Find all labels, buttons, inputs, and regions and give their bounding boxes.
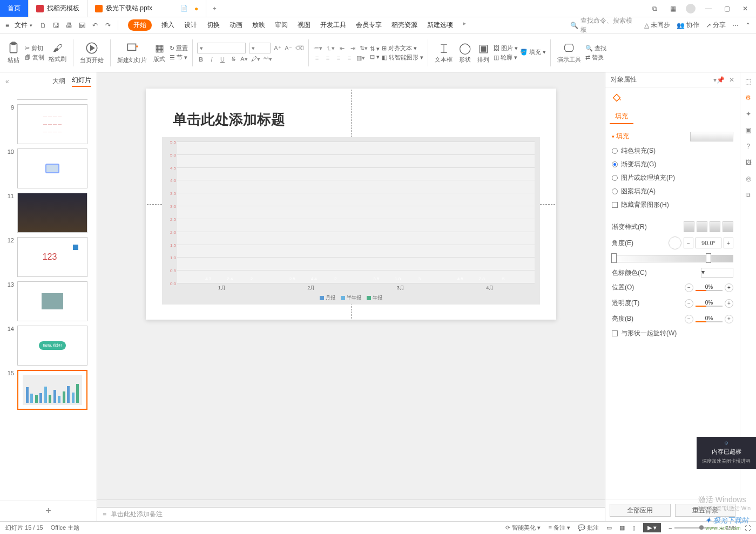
text-direction-button[interactable]: ⇅ ▾: [370, 45, 380, 52]
position-slider[interactable]: [696, 290, 723, 291]
horizontal-scrollbar[interactable]: [97, 499, 605, 507]
stop-color-picker[interactable]: ▾: [701, 268, 733, 278]
number-list-icon[interactable]: ⒈▾: [326, 44, 335, 52]
slides-tab[interactable]: 幻灯片: [72, 76, 91, 87]
file-menu[interactable]: 文件: [11, 19, 36, 31]
new-tab-button[interactable]: +: [206, 0, 222, 17]
tab-insert[interactable]: 插入: [161, 19, 174, 31]
more-icon[interactable]: ⋯: [732, 22, 739, 29]
chart[interactable]: 0.00.51.01.52.02.53.03.54.04.55.05.5 4.3…: [162, 137, 540, 305]
close-panel-icon[interactable]: ✕: [729, 76, 734, 84]
increase-font-icon[interactable]: A⁺: [274, 45, 281, 52]
align-justify-icon[interactable]: ≡: [346, 55, 353, 61]
layout-button[interactable]: ▦版式: [151, 36, 167, 70]
smart-convert-button[interactable]: ◧ 转智能图形 ▾: [382, 53, 423, 62]
text-effect-button[interactable]: ᴬᴬ▾: [264, 56, 272, 63]
collab-button[interactable]: 👥 协作: [677, 21, 699, 30]
help-icon[interactable]: ?: [746, 143, 750, 150]
tab-devtools[interactable]: 开发工具: [320, 19, 346, 31]
text-align-v-button[interactable]: ⊟ ▾: [370, 53, 380, 60]
tab-docer[interactable]: 稻壳资源: [392, 19, 417, 31]
fill-button[interactable]: 🪣 填充 ▾: [520, 48, 546, 56]
outline-tab[interactable]: 大纲: [52, 77, 65, 86]
tab-transition[interactable]: 切换: [207, 19, 220, 31]
slide-title-placeholder[interactable]: 单击此处添加标题: [173, 110, 285, 129]
transparency-decrease[interactable]: −: [685, 299, 693, 308]
bold-button[interactable]: B: [197, 56, 205, 63]
gradient-preview-dropdown[interactable]: [690, 132, 733, 141]
slide-thumb-13[interactable]: [17, 281, 87, 321]
minimize-button[interactable]: —: [703, 5, 714, 12]
from-current-button[interactable]: 当页开始: [78, 36, 106, 70]
outline-button[interactable]: ◫ 轮廓 ▾: [494, 53, 518, 62]
replace-button[interactable]: ⇄ 替换: [585, 53, 606, 62]
comments-toggle[interactable]: 💬 批注: [578, 524, 599, 532]
tab-slideshow[interactable]: 放映: [252, 19, 265, 31]
undo-icon[interactable]: ↶: [90, 20, 100, 31]
fill-section-toggle[interactable]: 填充: [612, 129, 629, 144]
align-center-icon[interactable]: ≡: [324, 55, 332, 61]
slide-thumb-10[interactable]: [17, 148, 87, 188]
picture-button[interactable]: 🖼 图片 ▾: [494, 44, 518, 52]
tab-document[interactable]: 极光下载站.pptx📄●: [87, 0, 206, 17]
angle-dial[interactable]: [669, 236, 681, 249]
tab-design[interactable]: 设计: [184, 19, 197, 31]
new-slide-button[interactable]: 新建幻灯片: [115, 36, 149, 70]
notes-toggle[interactable]: ≡ 备注 ▾: [548, 524, 570, 532]
rotate-with-shape-check[interactable]: 与形状一起旋转(W): [612, 327, 733, 340]
angle-value[interactable]: 90.0°: [696, 238, 721, 248]
slideshow-button[interactable]: ▶ ▾: [643, 523, 661, 532]
tab-animation[interactable]: 动画: [230, 19, 242, 31]
line-spacing-icon[interactable]: ⇅▾: [360, 45, 368, 52]
collapse-ribbon-icon[interactable]: ⌃: [745, 22, 751, 29]
tab-new-option[interactable]: 新建选项: [427, 19, 453, 31]
brightness-increase[interactable]: +: [725, 315, 733, 323]
slide-thumb-8[interactable]: [17, 92, 87, 100]
angle-increase[interactable]: +: [724, 238, 733, 248]
maximize-button[interactable]: ▢: [721, 5, 732, 12]
redo-icon[interactable]: ↷: [103, 20, 113, 31]
hamburger-icon[interactable]: ≡: [5, 22, 9, 29]
size-select[interactable]: ▾: [249, 43, 271, 53]
format-painter-button[interactable]: 🖌格式刷: [46, 36, 69, 70]
select-tool-icon[interactable]: ⬚: [745, 78, 751, 85]
close-button[interactable]: ✕: [740, 5, 751, 12]
cut-button[interactable]: ✂ 剪切: [25, 44, 44, 52]
view-sorter-icon[interactable]: ▦: [619, 524, 625, 531]
align-right-icon[interactable]: ≡: [335, 55, 342, 61]
location-icon[interactable]: ◎: [746, 175, 751, 182]
view-normal-icon[interactable]: ▭: [606, 524, 612, 531]
transparency-slider[interactable]: [696, 306, 723, 307]
new-doc-icon[interactable]: 🗋: [38, 20, 49, 31]
strike-button[interactable]: S̶: [230, 56, 237, 63]
shape-button[interactable]: ◯形状: [457, 36, 473, 70]
command-search[interactable]: 🔍查找命令、搜索模板: [566, 15, 642, 36]
highlight-button[interactable]: 🖍▾: [251, 56, 260, 63]
fill-bucket-icon[interactable]: [611, 92, 623, 104]
check-hide-bg[interactable]: 隐藏背景图形(H): [612, 198, 733, 212]
font-color-button[interactable]: A▾: [240, 56, 248, 63]
collapse-panel-icon[interactable]: «: [5, 78, 9, 85]
find-button[interactable]: 🔍 查找: [585, 44, 606, 52]
tab-templates[interactable]: 找稻壳模板: [29, 0, 87, 17]
slide-thumb-12[interactable]: 123: [17, 237, 87, 277]
tab-view[interactable]: 视图: [298, 19, 310, 31]
underline-button[interactable]: U: [219, 56, 226, 63]
slide-thumb-9[interactable]: — — — —— — — —— — — —: [17, 104, 87, 144]
slide-thumb-15[interactable]: [17, 370, 87, 410]
tab-home[interactable]: 首页: [0, 0, 29, 17]
fill-tab[interactable]: 填充: [610, 110, 633, 124]
radio-pattern-fill[interactable]: 图案填充(A): [612, 185, 733, 198]
print-preview-icon[interactable]: 🗟: [77, 20, 87, 31]
smart-beautify[interactable]: ⟳ 智能美化 ▾: [505, 524, 541, 532]
textbox-button[interactable]: ⌶文本框: [433, 36, 455, 70]
align-text-button[interactable]: ⊞ 对齐文本 ▾: [382, 44, 423, 52]
tab-vip[interactable]: 会员专享: [356, 19, 382, 31]
present-tools-button[interactable]: 🖵演示工具: [555, 36, 583, 70]
align-left-icon[interactable]: ≡: [313, 55, 321, 61]
brightness-slider[interactable]: [696, 321, 723, 322]
image-tool-icon[interactable]: 🖼: [745, 159, 752, 166]
radio-solid-fill[interactable]: 纯色填充(S): [612, 144, 733, 158]
apps-icon[interactable]: ▦: [667, 5, 678, 12]
slide-thumb-11[interactable]: [17, 193, 87, 233]
